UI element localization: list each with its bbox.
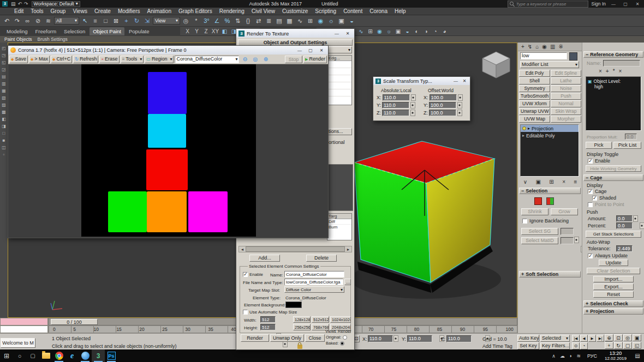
- menu-item[interactable]: Help: [395, 8, 406, 14]
- copy-button[interactable]: ◆Ctrl+C: [51, 56, 72, 63]
- time-slider-handle[interactable]: 0 / 100: [51, 319, 98, 325]
- rollout-soft-selection[interactable]: +Soft Selection: [519, 271, 581, 277]
- hierarchy-tab-icon[interactable]: ⌂: [535, 44, 539, 50]
- ribbon-tab-populate[interactable]: Populate: [126, 27, 153, 35]
- element-background-swatch[interactable]: [285, 301, 302, 308]
- menu-item[interactable]: Rendering: [219, 8, 245, 14]
- tolerance-field[interactable]: 2.449: [616, 245, 633, 252]
- selection-filter-dropdown[interactable]: All: [54, 17, 79, 25]
- photoshop-icon[interactable]: Ps: [105, 349, 118, 362]
- menu-item[interactable]: Animation: [147, 8, 171, 14]
- update-button[interactable]: Update: [599, 260, 628, 266]
- taskbar-clock[interactable]: 13:20 12.02.2019: [600, 351, 631, 361]
- modifier-button[interactable]: Edit Spline: [551, 70, 581, 77]
- select-matid-field[interactable]: [560, 237, 574, 244]
- display-tab-icon[interactable]: ▥: [550, 44, 555, 50]
- frame-buffer-icon[interactable]: ▣: [393, 27, 403, 35]
- shaded-checkbox[interactable]: [592, 196, 597, 201]
- offset-x-field[interactable]: 100.0: [430, 94, 457, 101]
- rollout-toggle-icon[interactable]: +: [521, 272, 524, 277]
- reference-name-field[interactable]: [603, 60, 640, 67]
- workspace-selector[interactable]: Workspace: Default: [32, 1, 80, 7]
- ribbon-tab-object-paint[interactable]: Object Paint: [90, 27, 124, 35]
- start-button[interactable]: ⊞: [0, 349, 13, 362]
- stack-item-projection[interactable]: ▸ Projection: [521, 125, 579, 132]
- tray-expand-icon[interactable]: ∧: [552, 353, 556, 359]
- close-icon[interactable]: ✕: [343, 31, 352, 36]
- graphite-ribbon-toggle-icon[interactable]: ▦: [284, 16, 295, 26]
- undo-icon[interactable]: ↶: [18, 1, 22, 7]
- redo-icon[interactable]: ↷: [12, 16, 22, 26]
- key-mode-toggle-icon[interactable]: ⊙: [572, 342, 580, 349]
- pin-stack-icon[interactable]: ∨: [523, 179, 527, 185]
- reset-button[interactable]: Reset: [593, 291, 634, 298]
- language-indicator[interactable]: РУС: [584, 353, 600, 359]
- select-sg-button[interactable]: Select SG: [521, 228, 558, 235]
- zoom-out-icon[interactable]: ⊖: [240, 56, 249, 63]
- menu-item[interactable]: Content: [343, 8, 362, 14]
- minimize-icon[interactable]: —: [295, 48, 304, 53]
- absolute-x-field[interactable]: 110.0: [383, 94, 410, 101]
- align-icon[interactable]: ≣: [264, 16, 274, 26]
- file-name-field[interactable]: lowCorona_DiffuseColor.tga: [284, 279, 343, 285]
- pick-button[interactable]: Pick: [586, 142, 612, 149]
- ribbon-tab-selection[interactable]: Selection: [61, 27, 88, 35]
- zoom-reset-icon[interactable]: ◎: [251, 56, 260, 63]
- reference-coordinate-dropdown[interactable]: View: [153, 17, 180, 25]
- offset-y-field[interactable]: 100.0: [429, 102, 456, 108]
- export-button[interactable]: Export...: [593, 283, 634, 290]
- menu-item[interactable]: Group: [51, 8, 66, 14]
- select-and-move-icon[interactable]: +: [121, 16, 132, 26]
- 3ds-max-taskbar-icon[interactable]: 3: [92, 349, 105, 362]
- minimize-icon[interactable]: —: [452, 79, 459, 83]
- redo-icon[interactable]: ↷: [24, 1, 28, 7]
- viewport-layout-tab-icon[interactable]: ▩: [2, 110, 6, 114]
- display-enable-checkbox[interactable]: [588, 159, 593, 164]
- select-sg-field[interactable]: [560, 228, 574, 235]
- size-1024-button[interactable]: 1024x1024: [330, 316, 351, 323]
- rtt-render-button[interactable]: Render: [241, 334, 269, 342]
- x-coord-spinner[interactable]: [393, 335, 398, 342]
- x-coord-field[interactable]: 110.0: [368, 335, 393, 342]
- erase-button[interactable]: ×Erase: [99, 56, 119, 63]
- ribbon-subtab-paint-objects[interactable]: Paint Objects: [4, 37, 32, 42]
- modifier-button[interactable]: Push: [551, 93, 581, 100]
- stack-expand-icon[interactable]: ▸: [522, 133, 524, 138]
- maximize-icon[interactable]: ▢: [621, 2, 630, 7]
- viewport-layout-tab-icon[interactable]: ◫: [2, 145, 6, 150]
- rollout-reference-geometry[interactable]: −Reference Geometry: [583, 51, 643, 58]
- modifier-button[interactable]: Lathe: [551, 77, 581, 85]
- field-of-view-icon[interactable]: ◱: [633, 342, 641, 349]
- spinner-snap-toggle-icon[interactable]: ⇅: [232, 16, 243, 26]
- zoom-extents-icon[interactable]: ◎: [623, 334, 632, 341]
- proportion-mult-field[interactable]: 0.0: [625, 134, 637, 140]
- time-config-icon[interactable]: ◔: [580, 342, 588, 349]
- save-icon[interactable]: ▤: [11, 1, 16, 7]
- rollout-selection-check[interactable]: +Selection Check: [583, 300, 643, 307]
- menu-item[interactable]: Modifiers: [118, 8, 140, 14]
- select-and-link-icon[interactable]: ∞: [22, 16, 33, 26]
- select-matid-button[interactable]: Select MatID: [521, 237, 558, 244]
- face-selection-icon[interactable]: [534, 197, 542, 205]
- viewport-layout-tab-icon[interactable]: ▨: [2, 102, 6, 107]
- rollout-toggle-icon[interactable]: −: [586, 175, 588, 181]
- create-tab-icon[interactable]: +: [521, 44, 524, 50]
- select-sg-spinner[interactable]: [574, 237, 579, 243]
- maximize-icon[interactable]: ▢: [306, 48, 315, 53]
- grow-button[interactable]: Grow: [551, 208, 578, 215]
- go-to-start-icon[interactable]: |◀: [572, 335, 580, 342]
- zoom-region-icon[interactable]: ▣: [633, 334, 641, 341]
- baked-radio[interactable]: [340, 341, 344, 346]
- remove-modifier-icon[interactable]: ×: [562, 179, 565, 185]
- width-field[interactable]: 512: [260, 316, 276, 323]
- modifier-button[interactable]: Noise: [551, 85, 581, 92]
- viewport-layout-tab-icon[interactable]: ◰: [2, 46, 6, 51]
- show-end-result-icon[interactable]: ▣: [535, 179, 540, 185]
- remove-reference-icon[interactable]: ×: [599, 68, 602, 74]
- viewport-layout-tab-icon[interactable]: ▫: [3, 152, 5, 157]
- browse-file-button[interactable]: ...: [344, 279, 351, 285]
- offset-x-spinner[interactable]: [458, 94, 463, 101]
- chrome-icon[interactable]: [52, 349, 65, 362]
- camera-icon[interactable]: ◔: [431, 27, 440, 35]
- welcome-button[interactable]: Welcome to M: [1, 338, 35, 348]
